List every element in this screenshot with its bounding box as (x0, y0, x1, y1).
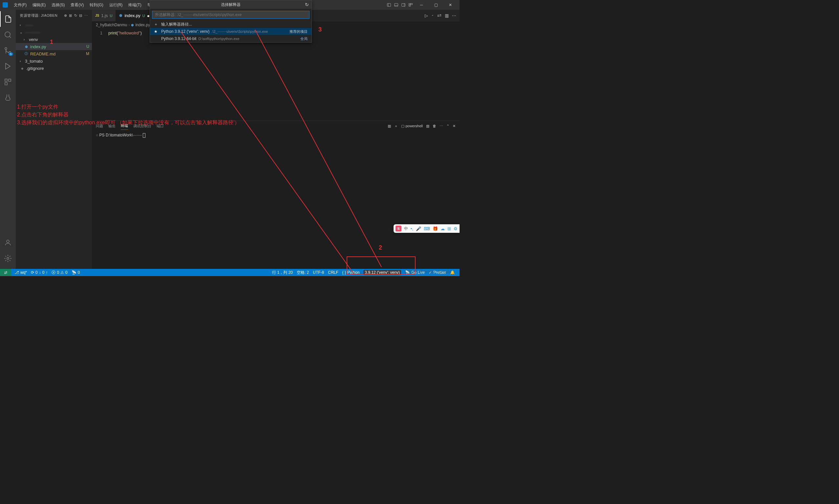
interpreter-picker-title: 选择解释器 ↻ (150, 0, 311, 9)
activity-settings[interactable] (0, 251, 16, 266)
terminal-kill-icon[interactable]: 🗑 (433, 124, 436, 128)
explorer-sidebar: 资源管理器: JIAOBEN ⊕ ⊞ ↻ ⊟ ⋯ ›······· ⌄·····… (16, 10, 92, 269)
terminal-more-icon[interactable]: ⋯ (440, 124, 443, 128)
status-language[interactable]: { }Python (340, 270, 362, 275)
status-line-col[interactable]: 行 1，列 20 (270, 270, 295, 275)
terminal-content[interactable]: ○ PS D:\tomatoWork\········ (92, 131, 460, 269)
panel-tab-ports[interactable]: 端口 (157, 122, 164, 130)
tree-file-readme[interactable]: ⓘREADME.mdM (16, 50, 92, 57)
activity-extensions[interactable] (0, 74, 16, 90)
tab-status: U (142, 14, 145, 18)
new-file-icon[interactable]: ⊕ (64, 14, 67, 18)
menu-run[interactable]: 运行(R) (107, 1, 125, 9)
run-dropdown-icon[interactable]: ⌄ (431, 13, 434, 18)
panel-tab-terminal[interactable]: 终端 (121, 122, 128, 130)
layout-secondary-icon[interactable] (400, 2, 406, 8)
menu-edit[interactable]: 编辑(E) (30, 1, 48, 9)
tab-index-py[interactable]: ⬢ index.py U ● (116, 10, 153, 21)
interpreter-option-global[interactable]: Python 3.9.12 64-bitD:\soft\python\pytho… (150, 35, 311, 42)
svg-rect-16 (5, 83, 7, 85)
bracket-icon: { } (342, 270, 346, 275)
layout-primary-icon[interactable] (386, 2, 392, 8)
terminal-layout-icon[interactable]: ▥ (426, 124, 429, 128)
menu-view[interactable]: 查看(V) (68, 1, 86, 9)
activity-explorer[interactable] (0, 11, 16, 27)
ime-toolbar[interactable]: S 中 •, 🎤 ⌨ 🎁 ☁ ⊞ ⚙ (394, 224, 460, 233)
status-interpreter[interactable]: 3.9.12 ('venv': venv) (361, 270, 403, 275)
more-actions-icon[interactable]: ⋯ (452, 13, 456, 18)
panel-tab-debug[interactable]: 调试控制台 (133, 122, 151, 130)
status-branch[interactable]: ⎇wq* (13, 269, 29, 276)
terminal-shell-icon[interactable]: ▢ powershell (401, 124, 423, 128)
activity-run-debug[interactable] (0, 58, 16, 74)
scm-badge: 5 (8, 52, 13, 56)
menu-select[interactable]: 选择(S) (49, 1, 67, 9)
breadcrumb-file[interactable]: index.py (135, 23, 150, 27)
layout-customize-icon[interactable] (408, 2, 414, 8)
branch-icon: ⎇ (14, 270, 19, 275)
activity-testing[interactable] (0, 90, 16, 106)
status-sync[interactable]: ⟳0↓ 0↑ (29, 269, 50, 276)
window-maximize[interactable]: ▢ (429, 0, 443, 10)
terminal-maximize-icon[interactable]: ⌃ (446, 124, 449, 128)
ime-gift-icon[interactable]: 🎁 (433, 226, 438, 231)
python-file-icon: ⬢ (131, 23, 134, 27)
tree-folder-open[interactable]: ⌄············· (16, 29, 92, 36)
status-indent[interactable]: 空格: 2 (295, 270, 311, 275)
ime-cloud-icon[interactable]: ☁ (441, 226, 445, 231)
compare-icon[interactable]: ⮂ (437, 13, 442, 18)
layout-panel-icon[interactable] (393, 2, 399, 8)
interpreter-add-path[interactable]: ＋ 输入解释器路径... (150, 21, 311, 28)
ime-keyboard-icon[interactable]: ⌨ (424, 226, 430, 231)
activity-search[interactable] (0, 27, 16, 43)
tree-file-index-py[interactable]: ⬢index.pyU (16, 43, 92, 50)
window-close[interactable]: ✕ (444, 0, 457, 10)
menu-go[interactable]: 转到(G) (87, 1, 106, 9)
interpreter-search-input[interactable] (152, 11, 310, 19)
terminal-split-icon[interactable]: ▥ (388, 124, 391, 128)
python-file-icon: ⬢ (24, 45, 29, 49)
status-golive[interactable]: 📡Go Live (403, 270, 427, 275)
ime-punct-icon[interactable]: •, (411, 226, 413, 231)
menu-file[interactable]: 文件(F) (11, 1, 29, 9)
run-icon[interactable]: ▷ (425, 13, 428, 18)
activity-accounts[interactable] (0, 235, 16, 251)
split-editor-icon[interactable]: ▥ (445, 13, 449, 18)
new-folder-icon[interactable]: ⊞ (69, 14, 72, 18)
interpreter-option-venv[interactable]: ★ Python 3.9.12 ('venv': venv).\2_······… (150, 28, 311, 35)
terminal-close-icon[interactable]: ✕ (453, 124, 456, 128)
status-notifications[interactable]: 🔔 (448, 270, 457, 275)
tree-folder[interactable]: ›······· (16, 21, 92, 29)
refresh-icon[interactable]: ↻ (74, 14, 78, 18)
tab-1js[interactable]: JS 1.js U (92, 10, 116, 21)
vscode-icon (3, 2, 8, 7)
svg-rect-14 (5, 79, 7, 81)
tree-folder-tomato[interactable]: ›3_tomato (16, 57, 92, 65)
ime-lang[interactable]: 中 (404, 226, 408, 232)
python-file-icon: ⬢ (119, 14, 122, 18)
collapse-icon[interactable]: ⊟ (79, 14, 82, 18)
ime-mic-icon[interactable]: 🎤 (416, 226, 421, 231)
panel-tab-problems[interactable]: 问题 (96, 122, 103, 130)
status-prettier[interactable]: ✓Prettier (427, 270, 448, 275)
tree-folder-venv[interactable]: ›venv (16, 36, 92, 43)
activity-source-control[interactable]: 5 (0, 43, 16, 58)
status-problems[interactable]: ⓧ0 ⚠0 (50, 269, 69, 276)
terminal-panel: 问题 输出 终端 调试控制台 端口 ▥ ＋ ▢ powershell ▥ 🗑 ⋯… (92, 121, 460, 269)
window-minimize[interactable]: ─ (415, 0, 428, 10)
remote-indicator[interactable]: ⇄ (0, 269, 11, 276)
breadcrumb-folder[interactable]: 2_hyBatchDanmu (96, 23, 127, 27)
tree-file-gitignore[interactable]: ◈.gitignore (16, 65, 92, 72)
status-encoding[interactable]: UTF-8 (311, 270, 326, 275)
interpreter-title-text: 选择解释器 (221, 2, 241, 7)
ime-grid-icon[interactable]: ⊞ (447, 226, 451, 231)
menu-terminal[interactable]: 终端(T) (126, 1, 144, 9)
interpreter-refresh-icon[interactable]: ↻ (305, 2, 309, 7)
status-ports[interactable]: 📡0 (70, 269, 82, 276)
status-eol[interactable]: CRLF (326, 270, 340, 275)
broadcast-icon: 📡 (405, 270, 410, 275)
panel-tab-output[interactable]: 输出 (108, 122, 116, 130)
terminal-new-icon[interactable]: ＋ (394, 124, 398, 128)
more-icon[interactable]: ⋯ (84, 14, 88, 18)
ime-settings-icon[interactable]: ⚙ (453, 226, 458, 231)
